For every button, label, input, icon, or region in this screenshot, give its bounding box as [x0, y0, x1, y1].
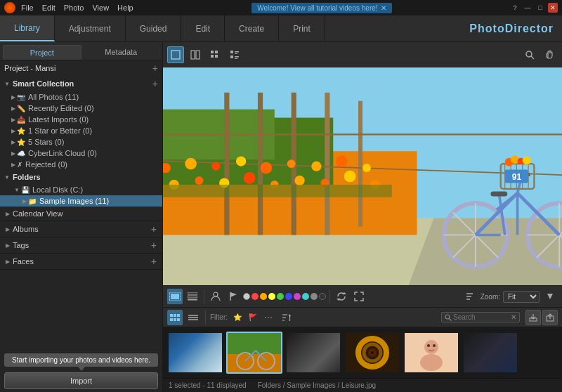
- calendar-view-section[interactable]: ▶ Calendar View: [0, 207, 162, 221]
- view-single-btn[interactable]: [167, 46, 184, 63]
- list-item[interactable]: ▶ ☁️ CyberLink Cloud (0): [0, 148, 162, 159]
- svg-point-128: [424, 340, 438, 354]
- sort-order-btn[interactable]: [280, 311, 294, 325]
- thumb-item[interactable]: [462, 332, 518, 374]
- list-item[interactable]: ▶ ⭐ 1 Star or Better (0): [0, 125, 162, 136]
- tab-edit[interactable]: Edit: [181, 15, 225, 41]
- tab-guided[interactable]: Guided: [126, 15, 182, 41]
- fc-person-btn[interactable]: [208, 289, 223, 304]
- thumb-item[interactable]: [344, 332, 400, 374]
- svg-rect-87: [188, 296, 197, 298]
- list-item[interactable]: ▼ 💾 Local Disk (C:): [0, 184, 162, 195]
- tab-metadata[interactable]: Metadata: [83, 45, 160, 60]
- color-dot-blue[interactable]: [285, 293, 292, 300]
- menu-photo[interactable]: Photo: [64, 4, 84, 12]
- faces-add-btn[interactable]: +: [151, 256, 157, 266]
- list-item[interactable]: ▶ ⭐ 5 Stars (0): [0, 136, 162, 148]
- menu-help[interactable]: Help: [117, 4, 133, 12]
- zoom-dropdown-btn[interactable]: [542, 289, 558, 304]
- sort-order-icon: [282, 313, 292, 322]
- thumb-item[interactable]: [403, 332, 459, 374]
- color-dot-orange[interactable]: [260, 293, 267, 300]
- thumb-image: [228, 333, 281, 372]
- win-close-btn[interactable]: ✕: [548, 3, 558, 13]
- tab-library[interactable]: Library: [0, 15, 55, 41]
- status-selected: 1 selected - 11 displayed: [169, 381, 247, 389]
- albums-section[interactable]: ▶ Albums +: [0, 221, 162, 237]
- import-button[interactable]: Import: [4, 372, 158, 389]
- color-dot-red[interactable]: [251, 293, 259, 300]
- color-dot-green[interactable]: [277, 293, 284, 300]
- menu-file[interactable]: File: [21, 4, 34, 12]
- tab-adjustment[interactable]: Adjustment: [55, 15, 126, 41]
- search-icon: [525, 50, 535, 60]
- view-grid-btn[interactable]: [207, 46, 223, 63]
- search-icon-btn[interactable]: [521, 46, 538, 63]
- notification-bar[interactable]: Welcome! View all tutorial videos here! …: [251, 3, 391, 13]
- svg-point-63: [287, 159, 296, 168]
- color-dot-yellow[interactable]: [268, 293, 275, 300]
- menu-edit[interactable]: Edit: [42, 4, 55, 12]
- fc-filmstrip-btn[interactable]: [167, 289, 183, 304]
- thumb-item[interactable]: [226, 332, 282, 374]
- svg-line-111: [450, 318, 452, 320]
- tags-section[interactable]: ▶ Tags +: [0, 237, 162, 254]
- color-dot-white[interactable]: [243, 293, 250, 300]
- color-dot-black[interactable]: [319, 293, 326, 300]
- list-item[interactable]: ▶ 📁 Sample Images (11): [0, 195, 162, 207]
- expand-icon: ▶: [11, 139, 15, 145]
- tags-add-btn[interactable]: +: [151, 240, 157, 250]
- view-details-btn[interactable]: [226, 46, 243, 63]
- win-help-btn[interactable]: ?: [510, 3, 520, 13]
- tab-project[interactable]: Project: [3, 45, 81, 60]
- win-max-btn[interactable]: □: [535, 3, 545, 13]
- share-btn[interactable]: [542, 310, 558, 325]
- item-label: CyberLink Cloud (0): [28, 149, 158, 157]
- list-item[interactable]: ▶ ✏️ Recently Edited (0): [0, 103, 162, 114]
- albums-add-btn[interactable]: +: [151, 224, 157, 234]
- fc-list-btn[interactable]: [185, 289, 200, 304]
- color-dot-cyan[interactable]: [302, 293, 309, 300]
- smart-collection-add-btn[interactable]: +: [152, 79, 158, 89]
- list-item[interactable]: ▶ 📥 Latest Imports (0): [0, 114, 162, 125]
- fullscreen-icon: [354, 292, 364, 301]
- right-content: 91: [163, 42, 562, 392]
- fc-refresh-btn[interactable]: [334, 289, 349, 304]
- filmstrip-list-btn[interactable]: [185, 310, 201, 325]
- faces-triangle: ▶: [6, 259, 10, 265]
- color-dot-gray[interactable]: [311, 293, 318, 300]
- search-box: ✕: [441, 312, 520, 322]
- fc-sort-btn[interactable]: [463, 289, 478, 304]
- notification-close[interactable]: ✕: [381, 4, 386, 12]
- view-compare-btn[interactable]: [187, 46, 204, 63]
- tab-print[interactable]: Print: [279, 15, 325, 41]
- filmstrip-icon: [169, 292, 181, 301]
- filter-flag-btn[interactable]: 🚩: [246, 311, 260, 325]
- list-item[interactable]: ▶ 📷 All Photos (11): [0, 91, 162, 103]
- cloud-icon: ☁️: [17, 150, 25, 157]
- thumb-item[interactable]: [167, 332, 223, 374]
- svg-rect-83: [180, 293, 181, 294]
- faces-section[interactable]: ▶ Faces +: [0, 254, 162, 270]
- filter-more-btn[interactable]: ⋯: [261, 311, 275, 325]
- import-export-btn[interactable]: [525, 310, 541, 325]
- hand-icon-btn[interactable]: [541, 46, 558, 63]
- fc-flag-btn[interactable]: [226, 289, 241, 304]
- tab-create[interactable]: Create: [225, 15, 279, 41]
- win-min-btn[interactable]: —: [523, 3, 532, 13]
- folders-header[interactable]: ▼ Folders: [0, 170, 162, 184]
- filmstrip-grid-btn[interactable]: [167, 310, 183, 325]
- zoom-select[interactable]: Fit 25% 50% 100% 200%: [503, 291, 540, 303]
- project-add-btn[interactable]: +: [152, 63, 158, 73]
- thumb-item[interactable]: [285, 332, 341, 374]
- search-clear-btn[interactable]: ✕: [511, 313, 516, 321]
- menu-view[interactable]: View: [92, 4, 109, 12]
- filter-icons: ⭐ 🚩 ⋯: [230, 311, 275, 325]
- fc-fullscreen-btn[interactable]: [351, 289, 367, 304]
- color-dot-purple[interactable]: [294, 293, 301, 300]
- list-item[interactable]: ▶ ✗ Rejected (0): [0, 159, 162, 170]
- five-star-icon: ⭐: [17, 138, 25, 146]
- search-input[interactable]: [453, 313, 509, 321]
- filter-star-btn[interactable]: ⭐: [230, 311, 244, 325]
- smart-collection-header[interactable]: ▼ Smart Collection +: [0, 76, 162, 91]
